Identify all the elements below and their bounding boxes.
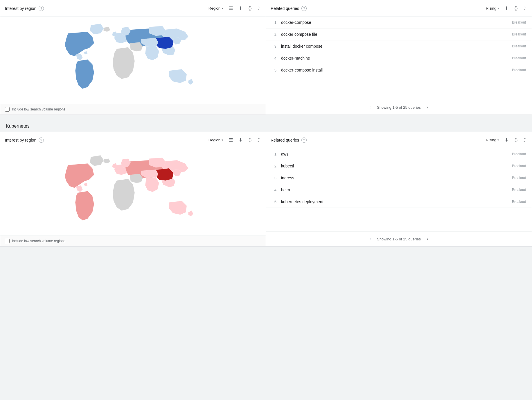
region-dropdown-1[interactable]: Region ▾ — [207, 5, 224, 12]
map-panel-2-controls: Region ▾ ☰ ⬇ ⟨⟩ ⤴ — [207, 136, 261, 144]
query-num: 3 — [272, 176, 276, 180]
map-panel-1-header: Interest by region ? Region ▾ ☰ ⬇ ⟨⟩ ⤴ — [0, 0, 266, 17]
query-text: docker compose file — [281, 32, 507, 37]
map-panel-2: Interest by region ? Region ▾ ☰ ⬇ ⟨⟩ ⤴ — [0, 132, 266, 246]
download-icon-2[interactable]: ⬇ — [238, 136, 244, 144]
list-item[interactable]: 1 docker-compose Breakout — [266, 17, 532, 28]
map-panel-2-help-icon[interactable]: ? — [39, 138, 44, 143]
query-num: 1 — [272, 152, 276, 156]
query-badge: Breakout — [512, 32, 526, 36]
region-dropdown-1-caret: ▾ — [222, 7, 223, 10]
query-badge: Breakout — [512, 164, 526, 168]
queries-panel-1: Related queries ? Rising ▾ ⬇ ⟨⟩ ⤴ 1 dock… — [266, 0, 532, 115]
map-panel-1-help-icon[interactable]: ? — [39, 6, 44, 11]
queries-panel-2-title: Related queries — [271, 138, 299, 142]
query-badge: Breakout — [512, 200, 526, 204]
list-item[interactable]: 5 docker-compose install Breakout — [266, 64, 532, 76]
rising-dropdown-1-caret: ▾ — [497, 7, 499, 10]
queries-pagination-1: ‹ Showing 1-5 of 25 queries › — [266, 100, 532, 115]
list-item[interactable]: 2 docker compose file Breakout — [266, 28, 532, 40]
list-item[interactable]: 4 docker-machine Breakout — [266, 52, 532, 64]
query-badge: Breakout — [512, 56, 526, 60]
query-badge: Breakout — [512, 68, 526, 72]
query-text: kubernetes deployment — [281, 199, 507, 204]
code-icon-q2[interactable]: ⟨⟩ — [513, 136, 519, 144]
query-text: docker-compose install — [281, 68, 507, 72]
code-icon-2[interactable]: ⟨⟩ — [247, 136, 253, 144]
queries-panel-1-header: Related queries ? Rising ▾ ⬇ ⟨⟩ ⤴ — [266, 0, 532, 17]
code-icon-1[interactable]: ⟨⟩ — [247, 4, 253, 12]
pagination-text-1: Showing 1-5 of 25 queries — [377, 105, 421, 110]
share-icon-q2[interactable]: ⤴ — [522, 136, 527, 144]
low-volume-label-1: Include low search volume regions — [12, 107, 65, 111]
queries-list-2: 1 aws Breakout 2 kubectl Breakout 3 ingr… — [266, 148, 532, 231]
download-icon-q1[interactable]: ⬇ — [504, 4, 510, 12]
list-icon-1[interactable]: ☰ — [228, 4, 234, 12]
map-panel-1-title: Interest by region — [5, 6, 36, 11]
download-icon-1[interactable]: ⬇ — [238, 4, 244, 12]
queries-pagination-2: ‹ Showing 1-5 of 25 queries › — [266, 231, 532, 246]
low-volume-checkbox-1[interactable] — [5, 107, 10, 112]
list-item[interactable]: 5 kubernetes deployment Breakout — [266, 196, 532, 208]
prev-page-btn-1[interactable]: ‹ — [369, 103, 372, 111]
query-num: 4 — [272, 188, 276, 192]
pagination-text-2: Showing 1-5 of 25 queries — [377, 237, 421, 241]
map-panel-1: Interest by region ? Region ▾ ☰ ⬇ ⟨⟩ ⤴ — [0, 0, 266, 115]
list-item[interactable]: 1 aws Breakout — [266, 148, 532, 160]
low-volume-checkbox-2[interactable] — [5, 239, 10, 243]
list-item[interactable]: 2 kubectl Breakout — [266, 160, 532, 172]
queries-panel-1-controls: Rising ▾ ⬇ ⟨⟩ ⤴ — [485, 4, 527, 12]
download-icon-q2[interactable]: ⬇ — [504, 136, 510, 144]
map-area-1 — [0, 17, 266, 104]
rising-dropdown-2[interactable]: Rising ▾ — [485, 137, 500, 143]
region-dropdown-2-caret: ▾ — [222, 138, 223, 142]
query-text: docker-machine — [281, 56, 507, 60]
query-num: 4 — [272, 56, 276, 60]
region-dropdown-2[interactable]: Region ▾ — [207, 137, 224, 143]
map-panel-2-footer: Include low search volume regions — [0, 235, 266, 246]
query-badge: Breakout — [512, 188, 526, 192]
share-icon-2[interactable]: ⤴ — [256, 136, 261, 144]
share-icon-1[interactable]: ⤴ — [256, 5, 261, 12]
map-area-2 — [0, 148, 266, 235]
prev-page-btn-2[interactable]: ‹ — [369, 235, 372, 243]
queries-panel-1-help-icon[interactable]: ? — [301, 6, 307, 11]
share-icon-q1[interactable]: ⤴ — [522, 5, 527, 12]
rising-dropdown-2-caret: ▾ — [497, 138, 499, 142]
queries-panel-2-help-icon[interactable]: ? — [301, 138, 307, 143]
map-panel-2-header: Interest by region ? Region ▾ ☰ ⬇ ⟨⟩ ⤴ — [0, 132, 266, 148]
query-badge: Breakout — [512, 152, 526, 156]
list-item[interactable]: 3 ingress Breakout — [266, 172, 532, 184]
list-item[interactable]: 4 helm Breakout — [266, 184, 532, 196]
world-map-blue — [7, 20, 259, 102]
map-panel-1-controls: Region ▾ ☰ ⬇ ⟨⟩ ⤴ — [207, 4, 261, 12]
section-divider — [0, 115, 532, 119]
list-item[interactable]: 3 install docker compose Breakout — [266, 40, 532, 52]
query-text: kubectl — [281, 164, 507, 168]
low-volume-label-2: Include low search volume regions — [12, 239, 65, 243]
query-num: 5 — [272, 200, 276, 204]
query-num: 2 — [272, 164, 276, 168]
map-panel-2-title: Interest by region — [5, 138, 36, 142]
query-text: helm — [281, 188, 507, 192]
queries-panel-2-controls: Rising ▾ ⬇ ⟨⟩ ⤴ — [485, 136, 527, 144]
map-panel-1-footer: Include low search volume regions — [0, 104, 266, 115]
queries-panel-2-header: Related queries ? Rising ▾ ⬇ ⟨⟩ ⤴ — [266, 132, 532, 148]
next-page-btn-2[interactable]: › — [425, 235, 429, 243]
next-page-btn-1[interactable]: › — [425, 103, 429, 111]
query-badge: Breakout — [512, 44, 526, 48]
query-num: 3 — [272, 44, 276, 49]
query-num: 2 — [272, 32, 276, 37]
query-num: 5 — [272, 68, 276, 72]
query-badge: Breakout — [512, 176, 526, 180]
rising-dropdown-1[interactable]: Rising ▾ — [485, 5, 500, 12]
query-num: 1 — [272, 20, 276, 25]
query-text: aws — [281, 152, 507, 156]
code-icon-q1[interactable]: ⟨⟩ — [513, 4, 519, 12]
list-icon-2[interactable]: ☰ — [228, 136, 234, 144]
query-badge: Breakout — [512, 20, 526, 24]
query-text: docker-compose — [281, 20, 507, 25]
queries-panel-1-title: Related queries — [271, 6, 299, 11]
world-map-red — [7, 152, 259, 233]
query-text: ingress — [281, 176, 507, 180]
